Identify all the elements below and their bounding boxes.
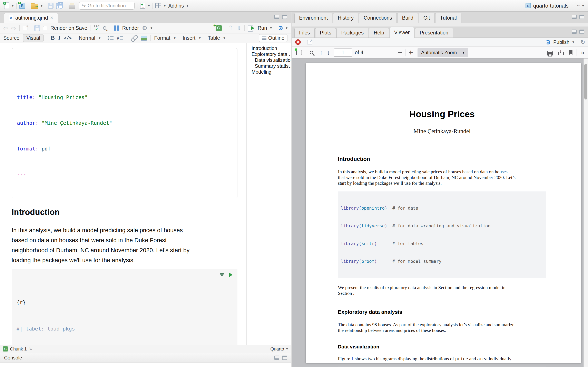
paragraph-style-dropdown[interactable]: Normal bbox=[79, 35, 95, 41]
tab-viewer[interactable]: Viewer bbox=[389, 27, 415, 38]
scrollbar-thumb[interactable] bbox=[584, 64, 587, 100]
publish-icon[interactable] bbox=[278, 26, 283, 30]
tab-packages[interactable]: Packages bbox=[337, 28, 368, 38]
pdf-viewer-area[interactable]: Housing Prices Mine Çetinkaya-Rundel Int… bbox=[292, 58, 588, 367]
save-icon[interactable] bbox=[34, 25, 40, 31]
maximize-pane-icon[interactable] bbox=[282, 356, 287, 360]
close-icon[interactable]: × bbox=[50, 16, 53, 20]
table-menu[interactable]: Table bbox=[208, 35, 220, 41]
run-icon[interactable] bbox=[248, 25, 255, 31]
open-file-icon[interactable]: → bbox=[31, 4, 38, 9]
print-icon[interactable] bbox=[69, 5, 75, 9]
tab-history[interactable]: History bbox=[333, 13, 358, 23]
addins-dropdown-icon[interactable]: ▾ bbox=[187, 4, 189, 8]
chunk-stepper-icon[interactable]: ⇅ bbox=[29, 347, 32, 351]
run-chunks-above-icon[interactable] bbox=[220, 273, 224, 277]
publish-button[interactable]: Publish bbox=[553, 39, 570, 45]
render-button[interactable]: Render bbox=[122, 25, 139, 31]
insert-chunk-icon[interactable]: C bbox=[216, 25, 222, 31]
stop-icon[interactable]: × bbox=[295, 39, 301, 45]
numbered-list-icon[interactable]: 2 bbox=[117, 35, 123, 41]
tab-git[interactable]: Git bbox=[419, 13, 435, 23]
search-icon[interactable] bbox=[103, 26, 106, 30]
code-format-button[interactable]: </> bbox=[64, 36, 72, 41]
popout-icon[interactable] bbox=[307, 40, 312, 44]
format-status-dropdown-icon[interactable]: ▾ bbox=[286, 347, 288, 351]
publish-icon[interactable] bbox=[546, 40, 550, 44]
version-control-icon[interactable]: +− bbox=[140, 3, 145, 9]
zoom-out-icon[interactable]: − bbox=[398, 48, 402, 57]
save-all-icon[interactable] bbox=[56, 2, 63, 9]
publish-dropdown-icon[interactable]: ▾ bbox=[286, 26, 287, 30]
spellcheck-icon[interactable]: ABC✓ bbox=[94, 25, 100, 31]
link-icon[interactable] bbox=[130, 35, 138, 42]
scrollbar[interactable] bbox=[584, 58, 588, 367]
pdf-page-input[interactable]: 1 bbox=[334, 49, 352, 57]
publish-dropdown-icon[interactable]: ▾ bbox=[572, 40, 574, 44]
save-icon[interactable] bbox=[48, 3, 53, 8]
minimize-pane-icon[interactable] bbox=[274, 15, 279, 19]
workspace-panes-icon[interactable] bbox=[155, 3, 161, 8]
italic-button[interactable]: I bbox=[58, 35, 61, 41]
run-dropdown-icon[interactable]: ▾ bbox=[270, 26, 272, 30]
run-button[interactable]: Run bbox=[258, 25, 267, 31]
tab-tutorial[interactable]: Tutorial bbox=[435, 13, 461, 23]
zoom-level-select[interactable]: Automatic Zoom ▾ bbox=[417, 48, 468, 57]
pdf-previous-page-icon[interactable]: ↑ bbox=[320, 49, 323, 56]
tab-environment[interactable]: Environment bbox=[294, 13, 332, 23]
image-icon[interactable] bbox=[141, 36, 147, 41]
tab-files[interactable]: Files bbox=[294, 28, 315, 38]
pdf-next-page-icon[interactable]: ↓ bbox=[327, 49, 330, 56]
outline-item-summary-statistics[interactable]: Summary statis… bbox=[251, 63, 291, 69]
outline-item-eda[interactable]: Exploratory data … bbox=[251, 51, 291, 57]
table-dropdown-icon[interactable]: ▾ bbox=[224, 36, 225, 40]
outline-item-modeling[interactable]: Modeling bbox=[251, 69, 291, 75]
minimize-pane-icon[interactable] bbox=[572, 30, 577, 34]
pdf-search-icon[interactable] bbox=[310, 51, 313, 54]
run-previous-icon[interactable]: ⇧ bbox=[228, 25, 233, 32]
new-file-icon[interactable]: + bbox=[4, 2, 9, 9]
tab-build[interactable]: Build bbox=[397, 13, 418, 23]
render-on-save-checkbox[interactable] bbox=[43, 26, 47, 30]
popout-icon[interactable] bbox=[23, 26, 28, 30]
maximize-pane-icon[interactable] bbox=[579, 15, 584, 19]
tab-plots[interactable]: Plots bbox=[315, 28, 336, 38]
console-header[interactable]: Console bbox=[0, 353, 291, 363]
bold-button[interactable]: B bbox=[51, 35, 55, 41]
render-icon[interactable] bbox=[114, 25, 119, 31]
tab-presentation[interactable]: Presentation bbox=[415, 28, 453, 38]
pdf-bookmark-icon[interactable] bbox=[569, 50, 572, 55]
bullet-list-icon[interactable] bbox=[108, 35, 114, 41]
code-chunk[interactable]: {r} #| label: load-pkgs #| code-summary:… bbox=[12, 269, 237, 345]
pdf-download-icon[interactable] bbox=[558, 50, 564, 55]
source-mode-toggle[interactable]: Source bbox=[3, 35, 19, 41]
insert-menu[interactable]: Insert bbox=[183, 35, 196, 41]
new-file-dropdown-icon[interactable]: ▾ bbox=[12, 4, 14, 8]
refresh-icon[interactable]: ↻ bbox=[580, 39, 585, 45]
pdf-sidebar-toggle-icon[interactable] bbox=[296, 50, 302, 55]
version-control-dropdown-icon[interactable]: ▾ bbox=[148, 4, 150, 8]
outline-item-introduction[interactable]: Introduction bbox=[251, 45, 291, 51]
tab-authoring-qmd[interactable]: authoring.qmd × bbox=[4, 13, 58, 23]
insert-dropdown-icon[interactable]: ▾ bbox=[199, 36, 201, 40]
yaml-block[interactable]: --- title: "Housing Prices" author: "Min… bbox=[12, 48, 237, 198]
outline-toggle[interactable]: Outline bbox=[259, 34, 287, 42]
format-menu[interactable]: Format bbox=[154, 35, 170, 41]
chunk-indicator[interactable]: Chunk 1 bbox=[10, 346, 27, 352]
visual-mode-toggle[interactable]: Visual bbox=[23, 34, 44, 42]
document-format-label[interactable]: Quarto bbox=[270, 346, 284, 352]
open-recent-dropdown-icon[interactable]: ▾ bbox=[41, 4, 43, 8]
run-next-icon[interactable]: ⇩ bbox=[236, 25, 241, 32]
goto-file-input[interactable]: ↪ Go to file/function bbox=[79, 2, 135, 9]
figure-link[interactable]: 1 bbox=[351, 356, 354, 361]
back-icon[interactable]: ⇦ bbox=[3, 25, 8, 32]
visual-editor-content[interactable]: --- title: "Housing Prices" author: "Min… bbox=[0, 43, 246, 345]
run-chunk-icon[interactable] bbox=[229, 273, 233, 277]
panes-dropdown-icon[interactable]: ▾ bbox=[164, 4, 166, 8]
tab-connections[interactable]: Connections bbox=[359, 13, 397, 23]
addins-menu[interactable]: Addins bbox=[168, 3, 184, 9]
maximize-pane-icon[interactable] bbox=[282, 15, 287, 19]
gear-icon[interactable]: ⚙ bbox=[142, 25, 147, 32]
tab-help[interactable]: Help bbox=[369, 28, 389, 38]
minimize-pane-icon[interactable] bbox=[274, 356, 279, 360]
